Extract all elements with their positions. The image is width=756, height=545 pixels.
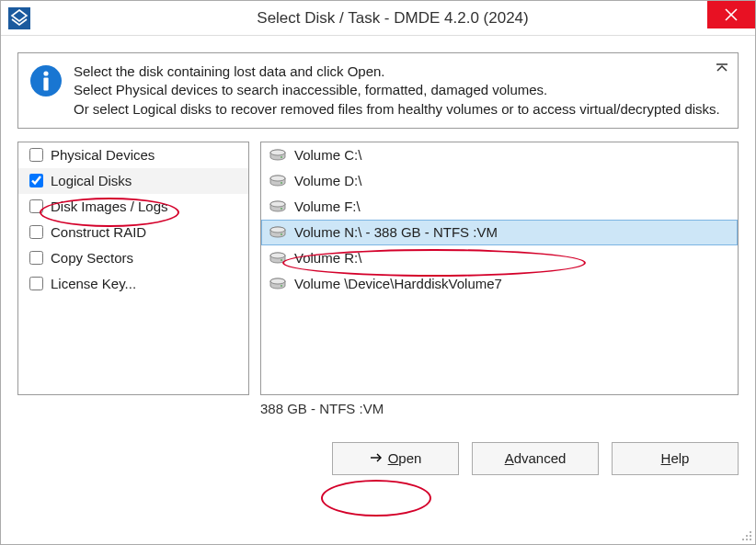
task-checkbox[interactable] — [29, 251, 43, 265]
task-label: License Key... — [51, 276, 136, 291]
dialog-content: Select the disk containing lost data and… — [1, 36, 755, 475]
volume-item[interactable]: Volume \Device\HarddiskVolume7 — [261, 271, 738, 297]
svg-point-15 — [281, 208, 282, 210]
volume-label: Volume F:\ — [294, 199, 361, 214]
info-line1: Select the disk containing lost data and… — [74, 62, 720, 81]
panels: Physical DevicesLogical DisksDisk Images… — [17, 142, 739, 395]
svg-point-30 — [746, 539, 748, 540]
task-label: Physical Devices — [51, 147, 155, 163]
disk-icon — [269, 252, 287, 265]
app-icon — [8, 7, 30, 29]
task-item[interactable]: Logical Disks — [18, 168, 248, 194]
close-button[interactable] — [707, 1, 755, 28]
svg-point-29 — [742, 539, 744, 540]
open-button[interactable]: Open — [332, 442, 459, 475]
volume-item[interactable]: Volume F:\ — [261, 194, 738, 220]
svg-point-27 — [746, 535, 748, 537]
disk-icon — [269, 278, 287, 290]
volume-item[interactable]: Volume N:\ - 388 GB - NTFS :VM — [261, 220, 738, 245]
task-label: Construct RAID — [51, 224, 146, 240]
titlebar: Select Disk / Task - DMDE 4.2.0 (2024) — [1, 1, 755, 36]
svg-point-12 — [281, 182, 282, 184]
svg-point-21 — [281, 259, 282, 261]
task-checkbox[interactable] — [29, 148, 43, 162]
svg-point-20 — [270, 253, 285, 258]
collapse-icon[interactable] — [716, 61, 728, 78]
info-icon — [29, 64, 63, 97]
disk-icon — [269, 200, 287, 213]
volume-label: Volume N:\ - 388 GB - NTFS :VM — [294, 224, 498, 240]
svg-point-4 — [43, 71, 48, 75]
annotation-open-button — [321, 480, 431, 517]
svg-point-11 — [270, 176, 285, 181]
window-title: Select Disk / Task - DMDE 4.2.0 (2024) — [30, 9, 755, 28]
disk-icon — [269, 226, 287, 239]
task-item[interactable]: Disk Images / Logs — [18, 194, 248, 220]
svg-point-18 — [281, 233, 282, 235]
svg-point-9 — [281, 156, 282, 158]
svg-point-28 — [750, 535, 751, 537]
disk-icon — [269, 149, 287, 162]
volume-item[interactable]: Volume D:\ — [261, 168, 738, 194]
info-line2: Select Physical devices to search inacce… — [74, 81, 720, 99]
info-panel: Select the disk containing lost data and… — [17, 52, 739, 129]
task-item[interactable]: Copy Sectors — [18, 245, 248, 271]
task-list: Physical DevicesLogical DisksDisk Images… — [17, 142, 249, 395]
volume-label: Volume R:\ — [294, 250, 361, 266]
volume-label: Volume C:\ — [294, 147, 361, 163]
task-item[interactable]: Construct RAID — [18, 220, 248, 245]
help-label-rest: elp — [670, 450, 689, 466]
svg-point-17 — [270, 227, 285, 233]
task-item[interactable]: Physical Devices — [18, 142, 248, 168]
volume-item[interactable]: Volume R:\ — [261, 245, 738, 271]
task-label: Disk Images / Logs — [51, 199, 168, 214]
volume-list: Volume C:\Volume D:\Volume F:\Volume N:\… — [260, 142, 739, 395]
button-row: Open Advanced Help — [17, 442, 739, 475]
help-button[interactable]: Help — [612, 442, 739, 475]
svg-point-14 — [270, 201, 285, 207]
volume-label: Volume \Device\HarddiskVolume7 — [294, 276, 502, 291]
dialog-window: Select Disk / Task - DMDE 4.2.0 (2024) S… — [0, 0, 756, 545]
svg-point-24 — [281, 285, 282, 287]
info-line3: Or select Logical disks to recover remov… — [74, 100, 720, 119]
svg-rect-5 — [43, 78, 48, 91]
task-label: Logical Disks — [51, 173, 132, 188]
task-checkbox[interactable] — [29, 199, 43, 213]
svg-point-8 — [270, 150, 285, 155]
open-label-rest: pen — [398, 450, 421, 466]
open-label-u: O — [388, 450, 399, 466]
resize-grip[interactable] — [739, 528, 752, 541]
svg-point-23 — [270, 278, 285, 284]
task-item[interactable]: License Key... — [18, 271, 248, 297]
open-arrow-icon — [370, 450, 383, 466]
advanced-label-rest: dvanced — [514, 450, 567, 466]
svg-point-26 — [750, 531, 751, 533]
task-checkbox[interactable] — [29, 225, 43, 239]
volume-label: Volume D:\ — [294, 173, 361, 188]
task-checkbox[interactable] — [29, 174, 43, 187]
task-label: Copy Sectors — [51, 250, 133, 266]
advanced-label-u: A — [505, 450, 514, 466]
info-text: Select the disk containing lost data and… — [74, 62, 720, 119]
status-text: 388 GB - NTFS :VM — [260, 401, 739, 416]
help-label-u: H — [661, 450, 671, 466]
svg-point-31 — [750, 539, 751, 540]
task-checkbox[interactable] — [29, 277, 43, 290]
volume-item[interactable]: Volume C:\ — [261, 142, 738, 168]
advanced-button[interactable]: Advanced — [472, 442, 599, 475]
disk-icon — [269, 175, 287, 187]
